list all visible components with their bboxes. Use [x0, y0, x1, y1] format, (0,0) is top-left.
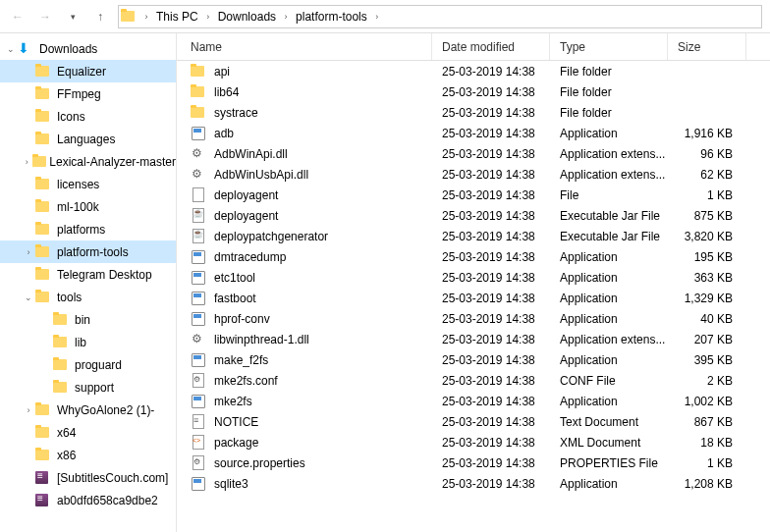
file-row[interactable]: etc1tool25-03-2019 14:38Application363 K…	[177, 267, 770, 288]
file-row[interactable]: dmtracedump25-03-2019 14:38Application19…	[177, 246, 770, 267]
jar-icon	[191, 229, 208, 244]
tree-item[interactable]: ›x86	[0, 444, 176, 466]
tree-item[interactable]: ›bin	[0, 308, 176, 331]
tree-item[interactable]: ›FFmpeg	[0, 82, 176, 105]
tree-item[interactable]: ›Equalizer	[0, 60, 176, 82]
tree-item[interactable]: ›support	[0, 376, 176, 399]
file-size: 1,002 KB	[668, 395, 746, 408]
file-row[interactable]: lib6425-03-2019 14:38File folder	[177, 81, 770, 102]
tree-item[interactable]: ›WhyGoAlone2 (1)-	[0, 399, 176, 421]
file-type: Application extens...	[550, 168, 668, 182]
location-folder-icon	[121, 9, 140, 25]
file-date: 25-03-2019 14:38	[432, 395, 550, 408]
file-type: Application	[550, 353, 668, 367]
file-date: 25-03-2019 14:38	[432, 415, 550, 429]
tree-item[interactable]: ›x64	[0, 421, 176, 444]
tree-item[interactable]: ›platforms	[0, 218, 176, 240]
tree-item-label: Lexical-Analyzer-master	[49, 155, 176, 169]
tree-item-label: proguard	[75, 358, 122, 372]
tree-item[interactable]: ›Lexical-Analyzer-master	[0, 150, 176, 173]
breadcrumb-segment[interactable]: This PC	[152, 6, 202, 27]
file-size: 96 KB	[668, 147, 746, 161]
chevron-right-icon[interactable]: ›	[371, 12, 383, 22]
tree-item[interactable]: ›platform-tools	[0, 240, 176, 263]
back-button[interactable]: ←	[4, 3, 31, 30]
file-name: adb	[214, 127, 234, 140]
file-row[interactable]: package25-03-2019 14:38XML Document18 KB	[177, 432, 770, 452]
breadcrumb-segment[interactable]: Downloads	[214, 6, 280, 27]
file-row[interactable]: libwinpthread-1.dll25-03-2019 14:38Appli…	[177, 329, 770, 349]
chevron-right-icon[interactable]: ›	[22, 247, 35, 257]
chevron-right-icon[interactable]: ›	[22, 157, 32, 167]
tree-item-label: Icons	[57, 110, 85, 124]
app-icon	[191, 249, 208, 265]
tree-item[interactable]: ›Languages	[0, 128, 176, 150]
file-name: hprof-conv	[214, 312, 270, 326]
address-bar[interactable]: › This PC › Downloads › platform-tools ›	[118, 5, 762, 28]
forward-button[interactable]: →	[31, 3, 59, 30]
file-row[interactable]: deployagent25-03-2019 14:38File1 KB	[177, 185, 770, 205]
file-date: 25-03-2019 14:38	[432, 312, 550, 326]
file-name: package	[214, 436, 258, 450]
file-type: File folder	[550, 85, 668, 99]
file-row[interactable]: sqlite325-03-2019 14:38Application1,208 …	[177, 473, 770, 494]
file-row[interactable]: source.properties25-03-2019 14:38PROPERT…	[177, 452, 770, 473]
file-row[interactable]: mke2fs25-03-2019 14:38Application1,002 K…	[177, 391, 770, 411]
chevron-right-icon[interactable]: ›	[140, 12, 152, 22]
file-date: 25-03-2019 14:38	[432, 436, 550, 450]
tree-item[interactable]: ⌄Downloads	[0, 37, 176, 60]
file-row[interactable]: api25-03-2019 14:38File folder	[177, 61, 770, 81]
file-name: sqlite3	[214, 477, 248, 491]
tree-item[interactable]: ⌄tools	[0, 286, 176, 308]
file-row[interactable]: fastboot25-03-2019 14:38Application1,329…	[177, 288, 770, 308]
column-header-size[interactable]: Size	[668, 33, 746, 60]
file-type: Application	[550, 395, 668, 408]
file-row[interactable]: deployagent25-03-2019 14:38Executable Ja…	[177, 205, 770, 226]
chevron-down-icon[interactable]: ⌄	[4, 44, 18, 54]
tree-item-label: licenses	[57, 178, 99, 191]
tree-item[interactable]: ›proguard	[0, 353, 176, 376]
chevron-right-icon[interactable]: ›	[280, 12, 292, 22]
file-row[interactable]: AdbWinUsbApi.dll25-03-2019 14:38Applicat…	[177, 164, 770, 185]
folder-icon	[35, 132, 53, 147]
tree-item[interactable]: ›Icons	[0, 105, 176, 128]
file-row[interactable]: systrace25-03-2019 14:38File folder	[177, 102, 770, 123]
file-row[interactable]: make_f2fs25-03-2019 14:38Application395 …	[177, 349, 770, 370]
file-date: 25-03-2019 14:38	[432, 168, 550, 182]
file-row[interactable]: AdbWinApi.dll25-03-2019 14:38Application…	[177, 143, 770, 164]
file-name: api	[214, 65, 230, 79]
column-header-type[interactable]: Type	[550, 33, 668, 60]
folder-icon	[191, 105, 208, 121]
breadcrumb-segment[interactable]: platform-tools	[292, 6, 371, 27]
column-header-date[interactable]: Date modified	[432, 33, 550, 60]
tree-item[interactable]: ›ml-100k	[0, 195, 176, 218]
chevron-down-icon[interactable]: ⌄	[22, 293, 35, 302]
file-row[interactable]: deploypatchgenerator25-03-2019 14:38Exec…	[177, 226, 770, 246]
chevron-right-icon[interactable]: ›	[22, 405, 35, 415]
up-button[interactable]: ↑	[86, 3, 114, 30]
file-date: 25-03-2019 14:38	[432, 271, 550, 285]
main-area: ⌄Downloads›Equalizer›FFmpeg›Icons›Langua…	[0, 33, 770, 532]
tree-item[interactable]: ›lib	[0, 331, 176, 353]
file-row[interactable]: hprof-conv25-03-2019 14:38Application40 …	[177, 308, 770, 329]
file-type: File folder	[550, 65, 668, 79]
recent-locations-button[interactable]: ▾	[59, 3, 86, 30]
tree-item[interactable]: ›licenses	[0, 173, 176, 195]
file-row[interactable]: adb25-03-2019 14:38Application1,916 KB	[177, 123, 770, 143]
file-row[interactable]: NOTICE25-03-2019 14:38Text Document867 K…	[177, 411, 770, 432]
xml-icon	[191, 435, 208, 451]
tree-item[interactable]: ›Telegram Desktop	[0, 263, 176, 286]
file-date: 25-03-2019 14:38	[432, 353, 550, 367]
file-name: mke2fs.conf	[214, 374, 278, 388]
tree-item[interactable]: ›[SubtitlesCouch.com]	[0, 466, 176, 489]
file-row[interactable]: mke2fs.conf25-03-2019 14:38CONF File2 KB	[177, 370, 770, 391]
file-date: 25-03-2019 14:38	[432, 188, 550, 202]
file-name: AdbWinApi.dll	[214, 147, 288, 161]
tree-item[interactable]: ›ab0dfd658ca9dbe2	[0, 489, 176, 511]
column-headers: Name Date modified Type Size	[177, 33, 770, 61]
chevron-right-icon[interactable]: ›	[202, 12, 214, 22]
file-size: 40 KB	[668, 312, 746, 326]
folder-icon	[35, 86, 53, 102]
column-header-name[interactable]: Name	[177, 33, 432, 60]
tree-item-label: ab0dfd658ca9dbe2	[57, 494, 158, 507]
